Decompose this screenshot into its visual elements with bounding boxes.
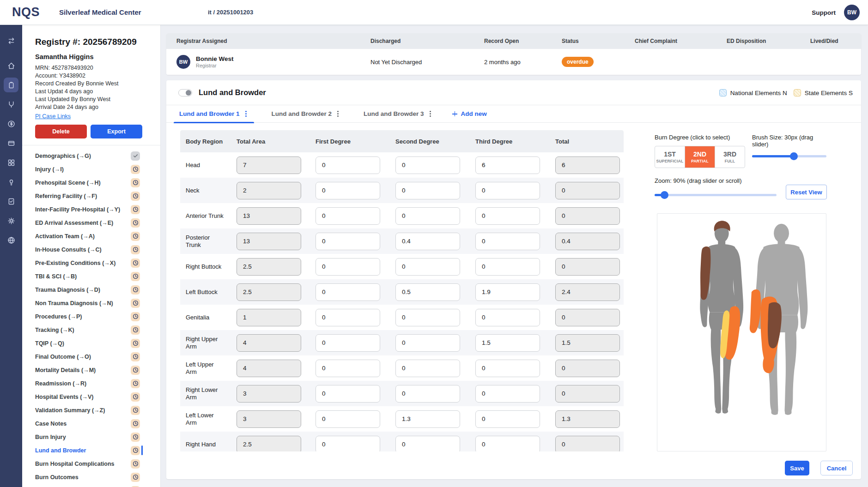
kebab-menu-icon[interactable] xyxy=(337,113,339,114)
zoom-slider-thumb[interactable] xyxy=(661,191,668,199)
sidebar-nav-item[interactable]: Burn Hospital Complications xyxy=(22,457,160,470)
sidebar-nav-item[interactable]: Validation Summary (→Z) xyxy=(22,403,160,417)
sidebar-nav-item[interactable]: Tracking (→K) xyxy=(22,323,160,337)
second-degree-input[interactable] xyxy=(395,385,460,403)
sidebar-nav-item[interactable]: Prehospital Scene (→H) xyxy=(22,176,160,189)
total-area-input[interactable] xyxy=(237,283,301,301)
total-area-input[interactable] xyxy=(237,385,301,403)
second-degree-input[interactable] xyxy=(395,360,460,377)
save-button[interactable]: Save xyxy=(785,461,809,475)
total-area-input[interactable] xyxy=(237,334,301,352)
national-elements-option[interactable]: National Elements N xyxy=(719,89,787,96)
first-degree-input[interactable] xyxy=(316,309,380,326)
body-diagram-svg[interactable] xyxy=(657,214,826,451)
second-degree-input[interactable] xyxy=(395,436,460,452)
sidebar-nav-item[interactable]: Readmission (→R) xyxy=(22,377,160,390)
second-degree-input[interactable] xyxy=(395,309,460,326)
total-area-input[interactable] xyxy=(237,207,301,225)
second-degree-input[interactable] xyxy=(395,233,460,250)
record-table-row[interactable]: BW Bonnie West Registrar Not Yet Dischar… xyxy=(166,49,861,75)
delete-button[interactable]: Delete xyxy=(35,125,87,138)
export-button[interactable]: Export xyxy=(91,125,142,138)
burn-degree-option[interactable]: 1STSUPERFICIAL xyxy=(655,146,685,168)
zoom-slider[interactable] xyxy=(655,191,777,198)
sidebar-nav-item[interactable]: Activation Team (→A) xyxy=(22,229,160,243)
total-input[interactable] xyxy=(555,207,620,225)
first-degree-input[interactable] xyxy=(316,233,380,250)
sidebar-nav-item[interactable]: Pre-Existing Conditions (→X) xyxy=(22,256,160,270)
brush-size-slider[interactable] xyxy=(752,152,826,160)
total-input[interactable] xyxy=(555,436,620,452)
third-degree-input[interactable] xyxy=(475,334,540,352)
sidebar-nav-item[interactable]: Burn Long Term Outcomes xyxy=(22,484,160,487)
sidebar-nav-item[interactable]: TBI & SCI (→B) xyxy=(22,270,160,283)
total-input[interactable] xyxy=(555,283,620,301)
sidebar-nav-item[interactable]: Procedures (→P) xyxy=(22,310,160,323)
total-input[interactable] xyxy=(555,334,620,352)
second-degree-input[interactable] xyxy=(395,258,460,276)
sidebar-nav-item[interactable]: Injury (→I) xyxy=(22,162,160,176)
second-degree-input[interactable] xyxy=(395,156,460,174)
lund-browder-tab[interactable]: Lund and Browder 1 xyxy=(174,105,254,123)
first-degree-input[interactable] xyxy=(316,385,380,403)
third-degree-input[interactable] xyxy=(475,156,540,174)
burn-degree-option[interactable]: 2NDPARTIAL xyxy=(685,146,715,168)
sidebar-nav-item[interactable]: Referring Facility (→F) xyxy=(22,189,160,203)
total-input[interactable] xyxy=(555,233,620,250)
burn-patch-back-buttock-brown[interactable] xyxy=(768,302,782,349)
card-icon[interactable] xyxy=(4,136,18,150)
third-degree-input[interactable] xyxy=(475,360,540,377)
sidebar-nav-item[interactable]: Mortality Details (→M) xyxy=(22,363,160,377)
clipboard-icon[interactable] xyxy=(4,78,18,92)
sidebar-nav-item[interactable]: Non Trauma Diagnosis (→N) xyxy=(22,296,160,310)
second-degree-input[interactable] xyxy=(395,182,460,199)
lightbulb-icon[interactable] xyxy=(4,174,18,189)
third-degree-input[interactable] xyxy=(475,309,540,326)
sidebar-nav-item[interactable]: Final Outcome (→O) xyxy=(22,350,160,363)
pi-case-links[interactable]: PI Case Links xyxy=(35,113,71,120)
first-degree-input[interactable] xyxy=(316,207,380,225)
sidebar-nav-item[interactable]: TQIP (→Q) xyxy=(22,337,160,350)
first-degree-input[interactable] xyxy=(316,436,380,452)
globe-icon[interactable] xyxy=(4,233,18,247)
burn-degree-option[interactable]: 3RDFULL xyxy=(715,146,745,168)
total-area-input[interactable] xyxy=(237,233,301,250)
dollar-icon[interactable] xyxy=(4,116,18,131)
transfer-icon[interactable] xyxy=(4,33,18,48)
first-degree-input[interactable] xyxy=(316,182,380,199)
reset-view-button[interactable]: Reset View xyxy=(786,185,827,199)
national-elements-checkbox[interactable] xyxy=(719,89,727,96)
third-degree-input[interactable] xyxy=(475,436,540,452)
cancel-button[interactable]: Cancel xyxy=(820,461,853,475)
lund-browder-tab[interactable]: Lund and Browder 3 xyxy=(358,105,438,123)
total-input[interactable] xyxy=(555,156,620,174)
second-degree-input[interactable] xyxy=(395,410,460,428)
second-degree-input[interactable] xyxy=(395,207,460,225)
sidebar-nav-item[interactable]: Case Notes xyxy=(22,417,160,430)
sidebar-nav-item[interactable]: Inter-Facility Pre-Hospital (→Y) xyxy=(22,203,160,216)
brush-slider-thumb[interactable] xyxy=(790,152,798,160)
sidebar-nav-item[interactable]: Hospital Events (→V) xyxy=(22,390,160,403)
sidebar-nav-item[interactable]: Trauma Diagnosis (→D) xyxy=(22,283,160,296)
total-area-input[interactable] xyxy=(237,309,301,326)
first-degree-input[interactable] xyxy=(316,258,380,276)
third-degree-input[interactable] xyxy=(475,233,540,250)
third-degree-input[interactable] xyxy=(475,258,540,276)
sidebar-nav-item[interactable]: Burn Injury xyxy=(22,430,160,444)
add-new-tab-button[interactable]: Add new xyxy=(452,110,487,117)
state-elements-option[interactable]: State Elements S xyxy=(794,89,853,96)
sidebar-nav-item[interactable]: Burn Outcomes xyxy=(22,470,160,484)
first-degree-input[interactable] xyxy=(316,283,380,301)
lund-browder-tab[interactable]: Lund and Browder 2 xyxy=(266,105,346,123)
home-icon[interactable] xyxy=(4,58,18,73)
gear-icon[interactable] xyxy=(4,213,18,228)
second-degree-input[interactable] xyxy=(395,283,460,301)
total-input[interactable] xyxy=(555,258,620,276)
first-degree-input[interactable] xyxy=(316,156,380,174)
user-avatar[interactable]: BW xyxy=(844,5,860,20)
third-degree-input[interactable] xyxy=(475,385,540,403)
total-input[interactable] xyxy=(555,360,620,377)
support-link[interactable]: Support xyxy=(812,9,836,16)
total-area-input[interactable] xyxy=(237,258,301,276)
first-degree-input[interactable] xyxy=(316,334,380,352)
